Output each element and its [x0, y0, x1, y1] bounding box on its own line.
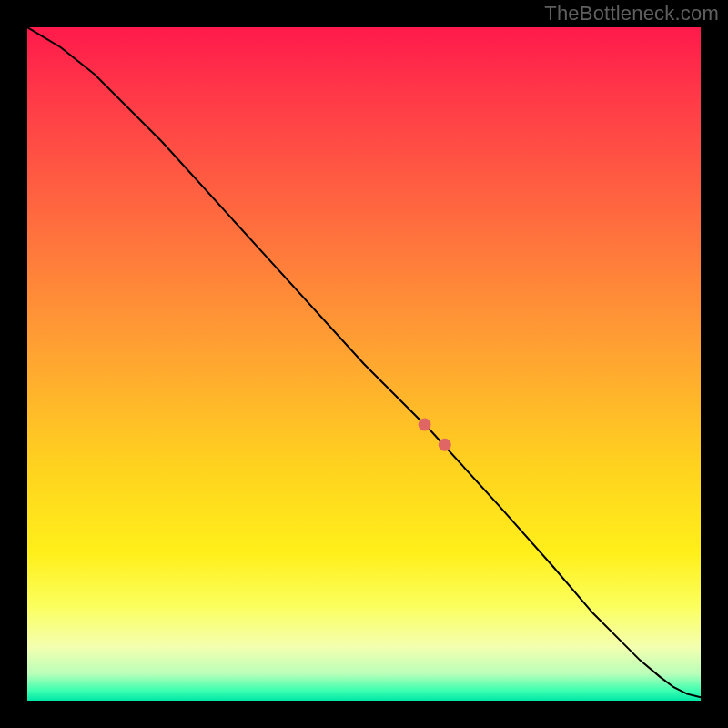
bottleneck-curve — [27, 27, 701, 697]
watermark-text: TheBottleneck.com — [544, 2, 719, 25]
highlight-point — [439, 439, 451, 451]
plot-overlay — [27, 27, 701, 701]
plot-area — [27, 27, 701, 701]
chart-frame: TheBottleneck.com — [0, 0, 728, 728]
highlighted-points-group — [419, 419, 694, 695]
highlight-segment — [465, 465, 661, 677]
highlight-point — [419, 419, 431, 431]
